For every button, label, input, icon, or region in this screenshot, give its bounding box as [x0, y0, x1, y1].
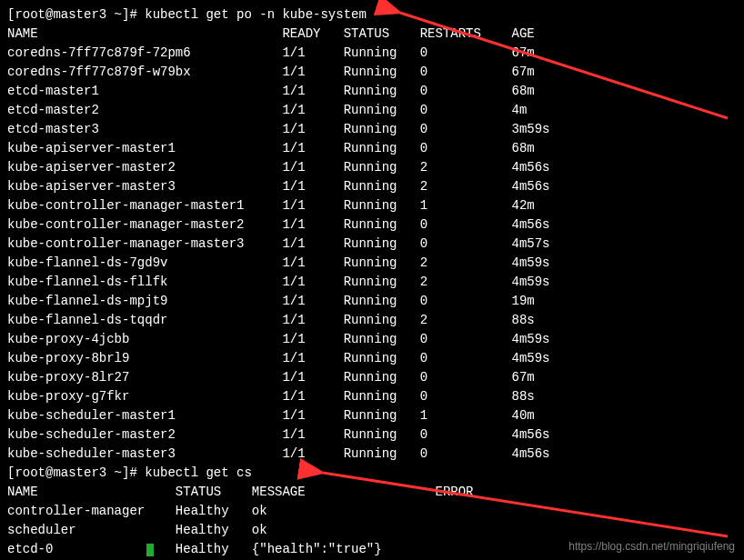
- prompt-prefix: [root@master3 ~]#: [7, 7, 145, 22]
- pod-row: kube-proxy-g7fkr 1/1 Running 0 88s: [7, 387, 737, 406]
- cs-row: controller-manager Healthy ok: [7, 502, 737, 521]
- prompt-prefix: [root@master3 ~]#: [7, 465, 145, 480]
- pod-row: coredns-7ff77c879f-w79bx 1/1 Running 0 6…: [7, 63, 737, 82]
- watermark-text: https://blog.csdn.net/mingriqiufeng: [568, 537, 735, 556]
- pod-row: kube-scheduler-master2 1/1 Running 0 4m5…: [7, 425, 737, 445]
- pod-row: etcd-master2 1/1 Running 0 4m: [7, 101, 737, 120]
- pod-row: kube-apiserver-master1 1/1 Running 0 68m: [7, 139, 737, 158]
- terminal-output[interactable]: [root@master3 ~]# kubectl get po -n kube…: [0, 0, 744, 560]
- pod-row: kube-flannel-ds-7gd9v 1/1 Running 2 4m59…: [7, 254, 737, 273]
- pod-row: etcd-master3 1/1 Running 0 3m59s: [7, 120, 737, 139]
- pod-row: kube-scheduler-master1 1/1 Running 1 40m: [7, 406, 737, 425]
- pod-row: kube-apiserver-master2 1/1 Running 2 4m5…: [7, 158, 737, 177]
- pod-row: kube-controller-manager-master2 1/1 Runn…: [7, 215, 737, 235]
- cs-header: NAME STATUS MESSAGE ERROR: [7, 483, 737, 502]
- pod-row: kube-controller-manager-master3 1/1 Runn…: [7, 235, 737, 254]
- pods-header: NAME READY STATUS RESTARTS AGE: [7, 25, 737, 44]
- pod-row: kube-flannel-ds-tqqdr 1/1 Running 2 88s: [7, 311, 737, 330]
- pod-row: kube-apiserver-master3 1/1 Running 2 4m5…: [7, 177, 737, 196]
- pod-row: kube-proxy-8brl9 1/1 Running 0 4m59s: [7, 349, 737, 368]
- pod-row: kube-proxy-4jcbb 1/1 Running 0 4m59s: [7, 330, 737, 349]
- pod-row: kube-controller-manager-master1 1/1 Runn…: [7, 196, 737, 215]
- pod-row: coredns-7ff77c879f-72pm6 1/1 Running 0 6…: [7, 44, 737, 63]
- pod-row: etcd-master1 1/1 Running 0 68m: [7, 82, 737, 101]
- prompt-line-1: [root@master3 ~]# kubectl get po -n kube…: [7, 5, 737, 25]
- prompt-line-2: [root@master3 ~]# kubectl get cs: [7, 464, 737, 483]
- command-text: kubectl get cs: [145, 465, 252, 480]
- pod-row: kube-flannel-ds-fllfk 1/1 Running 2 4m59…: [7, 273, 737, 292]
- command-text: kubectl get po -n kube-system: [145, 7, 367, 22]
- pod-row: kube-scheduler-master3 1/1 Running 0 4m5…: [7, 445, 737, 464]
- pod-row: kube-proxy-8lr27 1/1 Running 0 67m: [7, 368, 737, 387]
- terminal-cursor: [146, 544, 154, 556]
- pod-row: kube-flannel-ds-mpjt9 1/1 Running 0 19m: [7, 292, 737, 311]
